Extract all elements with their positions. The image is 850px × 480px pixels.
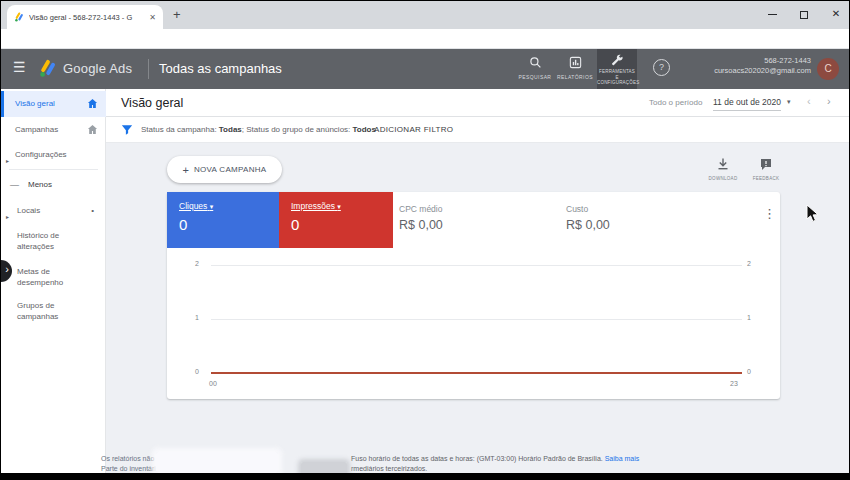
help-icon[interactable]: ? <box>653 59 670 76</box>
sidebar-item-label: Configurações <box>15 143 67 167</box>
filter-prefix: Status da campanha: <box>141 125 219 134</box>
account-email: cursoacs202020@gmail.com <box>714 66 811 76</box>
minus-icon: — <box>10 173 19 197</box>
main-content: + NOVA CAMPANHA DOWNLOAD FEEDBACK Clique… <box>106 143 850 473</box>
footer-left-line1: Os relatórios não <box>101 455 154 462</box>
new-campaign-label: NOVA CAMPANHA <box>194 165 267 174</box>
date-range-selector[interactable]: 11 de out de 2020 <box>713 97 781 111</box>
sidebar-item-label: Menos <box>28 173 52 197</box>
next-period-icon[interactable]: › <box>827 95 831 107</box>
sidebar-item-overview[interactable]: Visão geral <box>1 91 106 117</box>
tools-label-line1: FERRAMENTAS <box>597 69 637 75</box>
download-button[interactable]: DOWNLOAD <box>701 156 745 181</box>
bullet-icon: • <box>91 199 94 223</box>
metric-card-avg-cpc[interactable]: CPC médio R$ 0,00 <box>399 192 443 248</box>
scope-title: Todas as campanhas <box>159 61 282 76</box>
search-nav-label: PESQUISAR <box>513 75 557 81</box>
browser-tab[interactable]: Visão geral - 568-272-1443 - G ✕ <box>7 5 163 29</box>
sidebar-item-locations[interactable]: ▸ Locais • <box>1 199 106 223</box>
download-icon <box>717 158 729 170</box>
selected-indicator <box>1 91 4 117</box>
sidebar-item-performance-targets[interactable]: Metas de desempenho <box>1 261 106 291</box>
sidebar-item-label: Locais <box>17 199 40 223</box>
hamburger-menu-icon[interactable]: ☰ <box>13 59 26 75</box>
ytick-left: 2 <box>195 260 199 267</box>
sidebar: Visão geral Campanhas ▸ Configurações — … <box>1 89 106 473</box>
sidebar-item-label: Metas de desempenho <box>17 266 89 288</box>
period-label: Todo o período <box>649 98 702 107</box>
home-icon <box>87 124 98 135</box>
browser-tabstrip: Visão geral - 568-272-1443 - G ✕ + ✕ <box>1 1 850 29</box>
timezone-text: Fuso horário de todas as datas e horas: … <box>351 455 605 462</box>
window-minimize-button[interactable] <box>757 1 787 27</box>
ytick-left: 0 <box>195 368 199 375</box>
google-ads-appbar: ☰ Google Ads Todas as campanhas PESQUISA… <box>1 49 850 89</box>
tab-title: Visão geral - 568-272-1443 - G <box>29 13 144 22</box>
feedback-button[interactable]: FEEDBACK <box>744 156 788 181</box>
download-label: DOWNLOAD <box>701 176 745 181</box>
browser-urlbar: ← → ⟳ ads.google.com/aw/overview?ocid=58… <box>1 29 850 49</box>
plus-icon: + <box>183 164 189 176</box>
metric-label: Impressões <box>291 201 335 211</box>
sidebar-item-label: Grupos de campanhas <box>17 300 89 322</box>
page-titlebar: Visão geral Todo o período 11 de out de … <box>106 89 850 117</box>
sidebar-item-label: Visão geral <box>15 91 55 117</box>
xtick-start: 00 <box>209 380 217 387</box>
metric-card-impressions[interactable]: Impressões ▾ 0 <box>279 192 393 248</box>
learn-more-link[interactable]: Saiba mais <box>605 455 640 462</box>
search-nav[interactable]: PESQUISAR <box>513 55 557 81</box>
sidebar-item-change-history[interactable]: Histórico de alterações <box>1 225 106 255</box>
ytick-left: 1 <box>195 314 199 321</box>
window-restore-button[interactable] <box>789 1 819 27</box>
home-icon <box>87 98 98 109</box>
new-campaign-button[interactable]: + NOVA CAMPANHA <box>167 156 282 183</box>
reports-icon <box>569 56 582 69</box>
feedback-icon <box>760 158 772 170</box>
ytick-right: 0 <box>747 368 751 375</box>
metric-value: R$ 0,00 <box>566 218 610 232</box>
new-tab-button[interactable]: + <box>173 7 181 22</box>
sidebar-item-less[interactable]: — Menos <box>1 173 106 197</box>
filter-status-text[interactable]: Status da campanha: Todas; Status do gru… <box>141 125 376 134</box>
add-filter-button[interactable]: ADICIONAR FILTRO <box>374 125 453 134</box>
metric-card-clicks[interactable]: Cliques ▾ 0 <box>167 192 279 248</box>
search-icon <box>529 56 542 69</box>
reports-nav-label: RELATÓRIOS <box>553 75 597 81</box>
metric-value: R$ 0,00 <box>399 218 443 232</box>
sidebar-item-settings[interactable]: ▸ Configurações <box>1 143 106 167</box>
tools-label-line3: CONFIGURAÇÕES <box>597 80 637 86</box>
product-name: Google Ads <box>63 61 132 76</box>
sidebar-item-campaign-groups[interactable]: Grupos de campanhas <box>1 295 106 325</box>
caret-down-icon[interactable]: ▾ <box>787 98 791 106</box>
account-info[interactable]: 568-272-1443 cursoacs202020@gmail.com <box>714 56 811 76</box>
prev-period-icon[interactable]: ‹ <box>807 95 811 107</box>
filter-value-campaign: Todas <box>219 125 242 134</box>
chevron-right-icon: › <box>5 263 9 275</box>
account-avatar[interactable]: C <box>817 58 839 80</box>
wrench-icon <box>610 53 624 67</box>
caret-down-icon: ▾ <box>337 203 341 210</box>
filter-mid: ; Status do grupo de anúncios: <box>242 125 353 134</box>
mouse-cursor <box>806 204 819 223</box>
filter-value-adgroup: Todos <box>353 125 376 134</box>
tools-nav[interactable]: FERRAMENTAS E CONFIGURAÇÕES <box>597 49 637 89</box>
metric-card-cost[interactable]: Custo R$ 0,00 <box>566 192 610 248</box>
footer-line2: rmediários terceirizados. <box>351 465 427 472</box>
caret-down-icon: ▾ <box>210 203 214 210</box>
ytick-right: 2 <box>747 260 751 267</box>
metric-value: 0 <box>179 216 279 233</box>
reports-nav[interactable]: RELATÓRIOS <box>553 55 597 81</box>
footer-timezone: Fuso horário de todas as datas e horas: … <box>351 455 639 462</box>
sidebar-item-campaigns[interactable]: Campanhas <box>1 117 106 143</box>
tab-close-icon[interactable]: ✕ <box>149 13 156 22</box>
ytick-right: 1 <box>747 314 751 321</box>
series-zero-line <box>211 372 742 374</box>
metric-label: CPC médio <box>399 204 443 214</box>
filter-bar: Status da campanha: Todas; Status do gru… <box>106 117 850 143</box>
xtick-end: 23 <box>730 380 738 387</box>
google-ads-favicon <box>14 12 24 22</box>
card-menu-dots-icon[interactable]: ⋮ <box>763 206 776 221</box>
window-close-button[interactable]: ✕ <box>821 1 850 27</box>
metric-label: Custo <box>566 204 610 214</box>
redaction-blur <box>156 452 278 473</box>
